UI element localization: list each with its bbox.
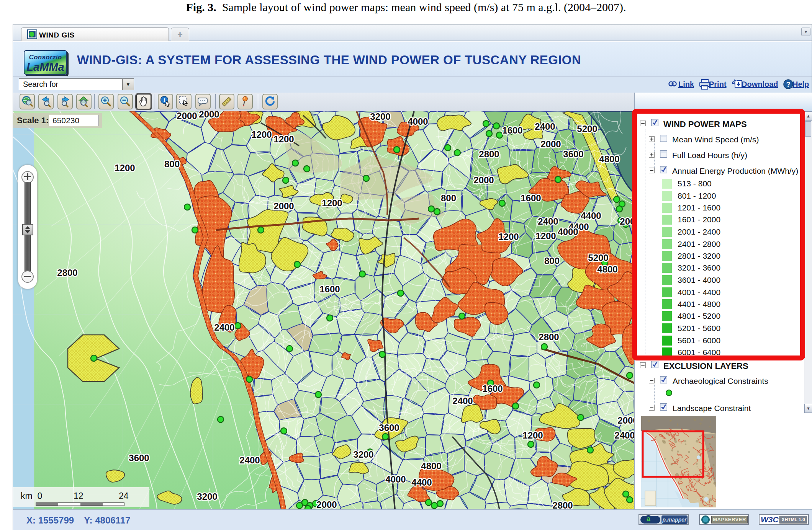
svg-text:1200: 1200 (535, 231, 556, 241)
svg-text:3600: 3600 (563, 149, 583, 159)
svg-text:4800: 4800 (597, 264, 617, 274)
svg-text:2400: 2400 (614, 430, 634, 440)
svg-text:800: 800 (441, 193, 456, 203)
svg-text:3600: 3600 (129, 453, 149, 463)
svg-text:2000: 2000 (473, 175, 494, 185)
svg-text:4000: 4000 (385, 474, 406, 484)
svg-text:2800: 2800 (57, 267, 77, 278)
svg-text:1600: 1600 (482, 383, 503, 394)
svg-text:4400: 4400 (411, 477, 432, 488)
svg-text:1600: 1600 (319, 284, 340, 294)
svg-text:3200: 3200 (370, 111, 390, 122)
svg-text:2400: 2400 (452, 396, 473, 406)
svg-text:5200: 5200 (588, 253, 608, 263)
svg-text:3600: 3600 (379, 422, 399, 433)
svg-text:4800: 4800 (599, 154, 619, 164)
svg-text:1200: 1200 (115, 163, 135, 173)
svg-text:4000: 4000 (558, 227, 578, 237)
svg-text:4000: 4000 (408, 116, 428, 127)
svg-text:2000: 2000 (316, 499, 337, 509)
svg-text:5200: 5200 (577, 124, 597, 134)
svg-text:1600: 1600 (521, 193, 541, 203)
svg-text:800: 800 (164, 159, 180, 169)
svg-text:2800: 2800 (552, 500, 573, 509)
svg-text:1200: 1200 (522, 430, 543, 440)
svg-text:2400: 2400 (535, 121, 555, 132)
svg-text:2000: 2000 (540, 139, 561, 149)
svg-text:1200: 1200 (273, 134, 294, 144)
svg-text:1200: 1200 (251, 129, 272, 140)
svg-text:2800: 2800 (479, 149, 499, 159)
svg-text:1200: 1200 (498, 232, 519, 242)
svg-text:3200: 3200 (353, 449, 373, 460)
svg-text:2400: 2400 (538, 216, 558, 227)
svg-text:1200: 1200 (322, 198, 342, 208)
svg-text:1600: 1600 (502, 125, 522, 135)
svg-text:800: 800 (544, 256, 560, 266)
svg-text:2000: 2000 (177, 111, 197, 121)
svg-text:2000: 2000 (617, 415, 634, 426)
svg-text:4400: 4400 (581, 210, 601, 221)
svg-text:2400: 2400 (239, 455, 260, 465)
svg-text:2400: 2400 (214, 322, 234, 333)
svg-text:3200: 3200 (197, 491, 217, 502)
svg-text:2000: 2000 (273, 201, 294, 211)
svg-text:2000: 2000 (199, 111, 219, 119)
svg-text:2800: 2800 (539, 332, 559, 342)
svg-text:4800: 4800 (421, 461, 441, 471)
svg-text:?: ? (786, 80, 791, 88)
